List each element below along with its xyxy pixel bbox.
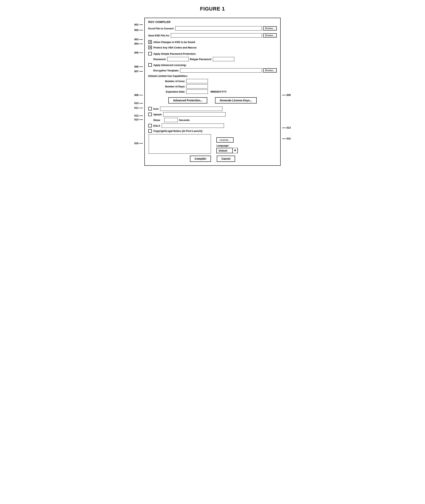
encryption-template-input[interactable] bbox=[180, 68, 262, 72]
license-button[interactable]: License... bbox=[216, 137, 233, 143]
eula-checkbox[interactable] bbox=[148, 124, 152, 127]
ref-009: 009 bbox=[286, 94, 291, 97]
ref-011: 011 bbox=[134, 106, 139, 109]
language-label: Language: bbox=[216, 144, 238, 147]
ref-003: 003 bbox=[134, 38, 139, 41]
ref-008: 008 bbox=[134, 94, 139, 97]
retype-password-input[interactable] bbox=[213, 57, 234, 61]
simple-password-checkbox[interactable] bbox=[148, 52, 152, 55]
expiration-date-input[interactable] bbox=[186, 90, 208, 94]
date-format-label: MM/DD/YYYY bbox=[211, 90, 226, 93]
encryption-browse-button[interactable]: Browse... bbox=[263, 68, 277, 72]
encryption-template-label: Encryption Template: bbox=[153, 69, 179, 72]
icon-label: Icon bbox=[153, 107, 159, 110]
advanced-licensing-checkbox[interactable] bbox=[148, 63, 152, 67]
retype-password-label: Retype Password: bbox=[190, 58, 212, 61]
protect-vba-checkbox[interactable] bbox=[148, 46, 152, 49]
protect-vba-label: Protect Any VBA Codes and Macros bbox=[153, 46, 197, 49]
eula-input[interactable] bbox=[162, 124, 224, 128]
allow-changes-checkbox[interactable] bbox=[148, 40, 152, 44]
show-seconds-input[interactable] bbox=[164, 118, 178, 122]
num-uses-input[interactable] bbox=[186, 79, 208, 83]
save-exe-label: Save EXE File As: bbox=[148, 34, 170, 37]
language-dropdown-value: Default bbox=[217, 149, 232, 152]
splash-input[interactable] bbox=[163, 112, 226, 117]
icon-checkbox[interactable] bbox=[148, 107, 152, 111]
ref-004: 004 bbox=[134, 42, 139, 45]
copyright-checkbox[interactable] bbox=[148, 129, 152, 133]
ref-016: 016 bbox=[134, 142, 139, 145]
icon-input[interactable] bbox=[160, 107, 222, 111]
compile-button[interactable]: Compile! bbox=[190, 156, 211, 162]
num-uses-label: Number of Uses: bbox=[160, 80, 185, 83]
seconds-label: Seconds bbox=[179, 119, 190, 122]
cancel-button[interactable]: Cancel bbox=[217, 156, 235, 162]
ref-012: 012 bbox=[134, 114, 139, 117]
ref-010: 010 bbox=[134, 102, 139, 105]
save-browse-button[interactable]: Browse... bbox=[263, 33, 277, 38]
password-input[interactable] bbox=[167, 57, 189, 61]
ref-015: 015 bbox=[286, 137, 291, 140]
expiration-date-label: Expiration Date: bbox=[160, 90, 185, 93]
allow-changes-label: Allow Changes in EXE to be Saved bbox=[153, 41, 195, 44]
ref-002: 002 bbox=[134, 29, 139, 32]
show-label: Show bbox=[153, 119, 163, 122]
ref-006: 006 bbox=[134, 65, 139, 68]
advanced-protection-button[interactable]: Advanced Protection... bbox=[168, 97, 207, 104]
copyright-label: Copyright/Legal Notice (At First Launch)… bbox=[153, 130, 203, 132]
ref-007: 007 bbox=[134, 70, 139, 73]
excel-file-input[interactable] bbox=[175, 26, 262, 31]
save-exe-input[interactable] bbox=[171, 33, 262, 38]
ref-014: 014 bbox=[286, 126, 291, 129]
window-title: ROV COMPILER bbox=[148, 20, 277, 24]
password-label: Password: bbox=[153, 58, 166, 61]
num-days-input[interactable] bbox=[186, 84, 208, 89]
ref-013: 013 bbox=[134, 118, 139, 121]
advanced-licensing-label: Apply Advanced Licensing: bbox=[153, 64, 186, 66]
splash-label: Splash bbox=[153, 113, 162, 116]
excel-file-label: Excel File to Convert: bbox=[148, 27, 174, 30]
ref-005: 005 bbox=[134, 51, 139, 54]
eula-label: EULA bbox=[153, 124, 160, 127]
svg-marker-0 bbox=[234, 150, 236, 151]
dropdown-arrow-icon[interactable] bbox=[232, 148, 237, 153]
excel-browse-button[interactable]: Browse... bbox=[263, 26, 277, 31]
num-days-label: Number of Days: bbox=[160, 85, 185, 88]
copyright-textarea[interactable] bbox=[149, 134, 211, 154]
ref-001: 001 bbox=[134, 23, 139, 26]
simple-password-label: Apply Simple Password Protection: bbox=[153, 52, 196, 55]
splash-checkbox[interactable] bbox=[148, 113, 152, 116]
language-dropdown[interactable]: Default bbox=[216, 148, 238, 153]
default-limited-label: Default Limited Use Capabilities: bbox=[148, 74, 188, 78]
generate-license-keys-button[interactable]: Generate License Keys... bbox=[215, 97, 257, 104]
page-title: FIGURE 1 bbox=[200, 6, 225, 12]
